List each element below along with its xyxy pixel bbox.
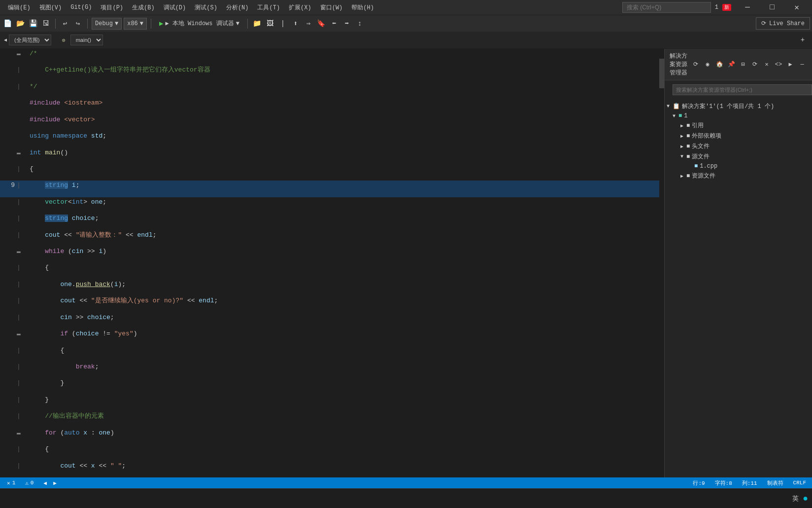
file-explorer-icon[interactable]: 📁 bbox=[252, 18, 263, 29]
platform-dropdown[interactable]: x86 ▼ bbox=[124, 18, 147, 30]
new-file-icon[interactable]: 📄 bbox=[2, 18, 13, 29]
solution-explorer-search[interactable] bbox=[673, 84, 812, 95]
panel-icon-2[interactable]: ◉ bbox=[703, 60, 712, 70]
code-line-3[interactable]: */ bbox=[30, 82, 659, 98]
code-line-4[interactable]: #include <iostream> bbox=[30, 98, 659, 114]
menubar-item-tools[interactable]: 工具(T) bbox=[253, 1, 284, 14]
file-1cpp-item[interactable]: ■ 1.cpp bbox=[665, 162, 812, 171]
warning-indicator[interactable]: ⚠ 0 bbox=[22, 480, 36, 486]
external-deps-arrow[interactable]: ▶ bbox=[680, 133, 686, 139]
menubar-item-analyze[interactable]: 分析(N) bbox=[222, 1, 253, 14]
fold-col[interactable]: ▬ bbox=[15, 329, 23, 345]
code-line-7[interactable]: int main() bbox=[30, 148, 659, 164]
code-line-22[interactable]: } bbox=[30, 395, 659, 411]
menubar-item-project[interactable]: 项目(P) bbox=[97, 1, 127, 14]
run-button[interactable]: ▶ ▶ 本地 Windows 调试器 ▼ bbox=[155, 18, 243, 29]
save-all-icon[interactable]: 🖫 bbox=[40, 18, 51, 29]
toolbar-icon-7[interactable]: ⇒ bbox=[303, 18, 314, 29]
panel-icon-4[interactable]: 📌 bbox=[726, 60, 736, 70]
menubar-item-edit[interactable]: 编辑(E) bbox=[4, 1, 34, 14]
scope-left-dropdown[interactable]: (全局范围) bbox=[9, 35, 51, 45]
code-line-18[interactable]: if (choice != "yes") bbox=[30, 329, 659, 345]
undo-icon[interactable]: ↩ bbox=[60, 18, 70, 29]
panel-icon-9[interactable]: ▶ bbox=[785, 60, 795, 70]
save-icon[interactable]: 💾 bbox=[28, 18, 38, 29]
code-line-17[interactable]: cin >> choice; bbox=[30, 313, 659, 329]
code-line-8[interactable]: { bbox=[30, 164, 659, 181]
header-files-item[interactable]: ▶ ■ 头文件 bbox=[665, 141, 812, 151]
add-tab-button[interactable]: + bbox=[797, 35, 808, 45]
menubar-item-view[interactable]: 视图(V) bbox=[35, 1, 66, 14]
code-line-21[interactable]: } bbox=[30, 378, 659, 395]
code-line-5[interactable]: #include <vector> bbox=[30, 115, 659, 131]
toolbar-icon-6[interactable]: ⬆ bbox=[290, 18, 301, 29]
code-line-19[interactable]: { bbox=[30, 346, 659, 362]
col-indicator[interactable]: 列:11 bbox=[740, 479, 759, 487]
code-line-16[interactable]: cout << "是否继续输入(yes or no)?" << endl; bbox=[30, 296, 659, 312]
toolbar-icon-9[interactable]: ⬅ bbox=[329, 18, 339, 29]
scrollbar-thumb[interactable] bbox=[659, 59, 664, 88]
panel-icon-1[interactable]: ⟳ bbox=[691, 60, 701, 70]
solution-tree-root[interactable]: ▼ 📋 解决方案'1'(1 个项目/共 1 个) bbox=[665, 101, 812, 111]
code-container[interactable]: ▬ /* | C++getline()读入一组字符串并把它们存入vector容器… bbox=[0, 49, 664, 477]
line-ending[interactable]: CRLF bbox=[791, 480, 808, 486]
debug-config-dropdown[interactable]: Debug ▼ bbox=[92, 18, 122, 30]
fold-col[interactable]: ▬ bbox=[15, 49, 23, 65]
row-indicator[interactable]: 行:9 bbox=[691, 479, 707, 487]
code-line-10[interactable]: vector<int> one; bbox=[30, 197, 659, 214]
menubar-item-extensions[interactable]: 扩展(X) bbox=[285, 1, 315, 14]
indent-mode[interactable]: 制表符 bbox=[765, 479, 785, 487]
redo-icon[interactable]: ↪ bbox=[72, 18, 83, 29]
code-line-25[interactable]: { bbox=[30, 444, 659, 461]
code-line-13[interactable]: while (cin >> i) bbox=[30, 247, 659, 263]
editor-scrollbar[interactable] bbox=[659, 49, 664, 477]
code-line-1[interactable]: /* bbox=[30, 49, 659, 65]
header-files-arrow[interactable]: ▶ bbox=[680, 144, 686, 149]
menubar-item-build[interactable]: 生成(B) bbox=[128, 1, 159, 14]
code-line-2[interactable]: C++getline()读入一组字符串并把它们存入vector容器 bbox=[30, 65, 659, 81]
code-line-26[interactable]: cout << x << " "; bbox=[30, 461, 659, 477]
close-button[interactable]: ✕ bbox=[785, 0, 808, 15]
code-line-20[interactable]: break; bbox=[30, 362, 659, 378]
code-line-23[interactable]: //输出容器中的元素 bbox=[30, 411, 659, 428]
fold-col[interactable]: ▬ bbox=[15, 247, 23, 263]
maximize-button[interactable]: □ bbox=[761, 0, 783, 15]
menubar-item-git[interactable]: Git(G) bbox=[67, 2, 96, 13]
code-line-11[interactable]: string choice; bbox=[30, 214, 659, 230]
language-indicator[interactable]: 英 bbox=[792, 494, 799, 503]
code-line-14[interactable]: { bbox=[30, 263, 659, 279]
resource-files-item[interactable]: ▶ ■ 资源文件 bbox=[665, 171, 812, 181]
menubar-item-help[interactable]: 帮助(H) bbox=[347, 1, 378, 14]
external-deps-item[interactable]: ▶ ■ 外部依赖项 bbox=[665, 131, 812, 141]
minimize-button[interactable]: — bbox=[736, 0, 759, 15]
bookmark-icon[interactable]: 🔖 bbox=[316, 18, 327, 29]
code-line-24[interactable]: for (auto x : one) bbox=[30, 428, 659, 444]
code-line-15[interactable]: one.push_back(i); bbox=[30, 280, 659, 296]
panel-icon-10[interactable]: — bbox=[797, 60, 807, 70]
toolbar-icon-11[interactable]: ↕ bbox=[354, 18, 365, 29]
live-share-button[interactable]: ⟳ Live Share bbox=[756, 17, 810, 30]
fold-col[interactable]: ▬ bbox=[15, 148, 23, 164]
source-files-item[interactable]: ▼ ■ 源文件 bbox=[665, 151, 812, 162]
error-indicator[interactable]: ✕ 1 bbox=[4, 480, 18, 486]
nav-left-button[interactable]: ◀ bbox=[40, 478, 49, 487]
global-search-input[interactable] bbox=[622, 2, 711, 13]
menubar-item-window[interactable]: 窗口(W) bbox=[316, 1, 347, 14]
source-files-arrow[interactable]: ▼ bbox=[680, 154, 686, 159]
scope-right-dropdown[interactable]: main() bbox=[70, 35, 103, 45]
panel-icon-7[interactable]: ✕ bbox=[762, 60, 772, 70]
project-expand-arrow[interactable]: ▼ bbox=[673, 113, 678, 119]
solution-expand-arrow[interactable]: ▼ bbox=[667, 104, 673, 109]
resource-files-arrow[interactable]: ▶ bbox=[680, 173, 686, 179]
panel-icon-3[interactable]: 🏠 bbox=[714, 60, 724, 70]
references-arrow[interactable]: ▶ bbox=[680, 123, 686, 129]
toolbar-icon-5[interactable]: | bbox=[277, 18, 288, 29]
panel-icon-8[interactable]: <> bbox=[774, 60, 783, 70]
code-line-6[interactable]: using namespace std; bbox=[30, 131, 659, 147]
fold-col[interactable]: ▬ bbox=[15, 428, 23, 444]
references-item[interactable]: ▶ ■ 引用 bbox=[665, 120, 812, 131]
menubar-item-test[interactable]: 测试(S) bbox=[191, 1, 221, 14]
open-file-icon[interactable]: 📂 bbox=[15, 18, 26, 29]
screenshot-icon[interactable]: 🖼 bbox=[265, 18, 275, 29]
panel-icon-5[interactable]: ⊟ bbox=[738, 60, 748, 70]
